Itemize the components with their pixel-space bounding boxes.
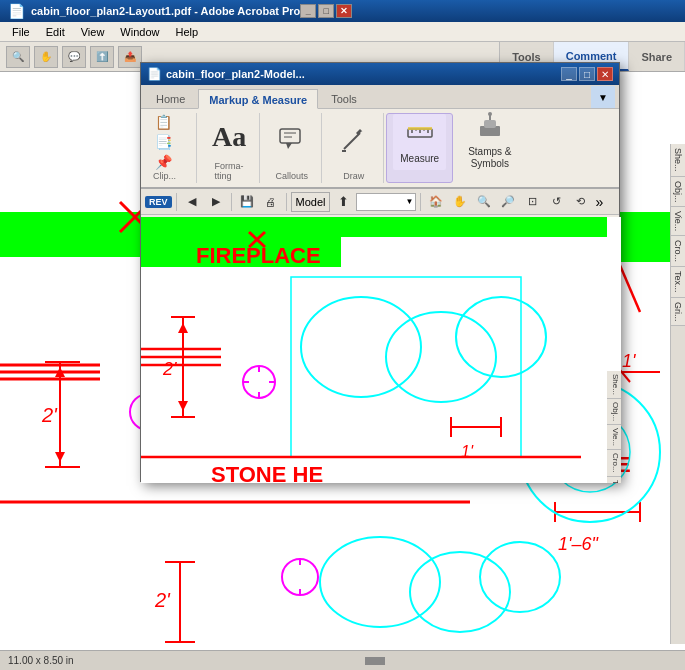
toolbar-icon5[interactable]: 📤: [118, 46, 142, 68]
tab-home[interactable]: Home: [145, 88, 196, 108]
measure-icon: [406, 119, 434, 151]
draw-btn[interactable]: [332, 113, 376, 169]
pan-btn[interactable]: ✋: [449, 192, 471, 212]
panel-tab-vie[interactable]: Vie...: [671, 207, 685, 236]
toolbar-forward-btn[interactable]: ▶: [205, 192, 227, 212]
acrobat-maximize-btn[interactable]: □: [318, 4, 334, 18]
zoom-out-btn[interactable]: 🔎: [497, 192, 519, 212]
popup-right-panels: She... Obj... Vie... Cro... Tex... Gri..…: [607, 371, 621, 483]
toolbar-print-btn[interactable]: 🖨: [260, 192, 282, 212]
tab-share[interactable]: Share: [629, 42, 685, 71]
cursor-tool-btn[interactable]: ⬆: [332, 192, 354, 212]
home-btn[interactable]: 🏠: [425, 192, 447, 212]
copy-btn[interactable]: 📑: [153, 133, 174, 151]
callouts-label: Callouts: [275, 171, 308, 183]
toolbar-icon4[interactable]: ⬆️: [90, 46, 114, 68]
toolbar-icon3[interactable]: 💬: [62, 46, 86, 68]
svg-text:2': 2': [162, 359, 177, 379]
model-tab: Model: [291, 192, 331, 212]
panel-tab-tex[interactable]: Tex...: [671, 267, 685, 298]
panel-tab-cro[interactable]: Cro...: [671, 236, 685, 267]
ribbon-tabs: Home Markup & Measure Tools ▼: [141, 85, 619, 109]
tab-tools[interactable]: Tools: [320, 88, 368, 108]
rotate-btn[interactable]: ↺: [545, 192, 567, 212]
svg-text:2': 2': [41, 404, 58, 426]
scroll-indicator[interactable]: [365, 657, 385, 665]
popup-panel-obj[interactable]: Obj...: [607, 399, 621, 425]
zoom-in-btn[interactable]: 🔍: [473, 192, 495, 212]
zoom-fit-btn[interactable]: ⊡: [521, 192, 543, 212]
status-bar: 11.00 x 8.50 in: [0, 650, 685, 670]
svg-point-74: [488, 112, 492, 116]
ribbon-group-callouts: Callouts: [262, 113, 322, 183]
menu-edit[interactable]: Edit: [38, 24, 73, 40]
paste-btn[interactable]: 📌: [153, 153, 174, 171]
popup-panel-vie[interactable]: Vie...: [607, 425, 621, 450]
toolbar-back-btn[interactable]: ◀: [181, 192, 203, 212]
menu-view[interactable]: View: [73, 24, 113, 40]
popup-close-btn[interactable]: ✕: [597, 67, 613, 81]
status-size: 11.00 x 8.50 in: [8, 655, 74, 666]
svg-rect-72: [484, 120, 496, 128]
popup-panel-tex[interactable]: Tex...: [607, 477, 621, 483]
stamps-btn-label: Stamps &Symbols: [468, 146, 511, 170]
right-panel: She... Obj... Vie... Cro... Tex... Gri..…: [670, 144, 685, 644]
toolbar-sep4: [420, 193, 421, 211]
popup-floor-plan-svg: FIREPLACE 2': [141, 217, 607, 483]
model-tab-label: Model: [296, 196, 326, 208]
popup-panel-she[interactable]: She...: [607, 371, 621, 399]
svg-text:1'–6": 1'–6": [558, 534, 599, 554]
svg-text:STONE HE: STONE HE: [211, 462, 323, 483]
toolbar-icon1[interactable]: 🔍: [6, 46, 30, 68]
stamps-icon: [476, 112, 504, 144]
popup-titlebar: 📄 cabin_floor_plan2-Model... _ □ ✕: [141, 63, 619, 85]
clip-group-label: Clip...: [153, 171, 176, 183]
callouts-btn[interactable]: [270, 113, 314, 169]
clip-btn[interactable]: 📋: [153, 113, 174, 131]
toolbar-dropdown[interactable]: ▼: [356, 193, 416, 211]
dropdown-value: [359, 196, 362, 207]
measure-btn[interactable]: Measure: [393, 114, 446, 170]
popup-minimize-btn[interactable]: _: [561, 67, 577, 81]
formatting-label: Forma-tting: [215, 161, 244, 183]
svg-rect-57: [280, 129, 300, 143]
toolbar-sep2: [231, 193, 232, 211]
draw-label: Draw: [343, 171, 364, 183]
svg-text:FIREPLACE: FIREPLACE: [196, 243, 321, 268]
popup-maximize-btn[interactable]: □: [579, 67, 595, 81]
acrobat-title: cabin_floor_plan2-Layout1.pdf - Adobe Ac…: [31, 5, 300, 17]
panel-tab-she[interactable]: She...: [671, 144, 685, 177]
formatting-btn[interactable]: Aa: [205, 113, 253, 161]
svg-rect-77: [141, 217, 607, 237]
menu-window[interactable]: Window: [112, 24, 167, 40]
tab-markup-measure[interactable]: Markup & Measure: [198, 89, 318, 109]
popup-win-controls: _ □ ✕: [561, 67, 613, 81]
ribbon-group-measure: Measure: [386, 113, 453, 183]
svg-marker-60: [286, 143, 292, 149]
stamps-btn[interactable]: Stamps &Symbols: [461, 113, 518, 169]
popup-toolbar: REV ◀ ▶ 💾 🖨 Model ⬆ ▼ 🏠 ✋: [141, 189, 619, 215]
popup-panel-cro[interactable]: Cro...: [607, 450, 621, 477]
pan2-btn[interactable]: ⟲: [569, 192, 591, 212]
acrobat-close-btn[interactable]: ✕: [336, 4, 352, 18]
toolbar-icon2[interactable]: ✋: [34, 46, 58, 68]
acrobat-minimize-btn[interactable]: _: [300, 4, 316, 18]
toolbar-sep1: [176, 193, 177, 211]
dropdown-arrow: ▼: [406, 197, 414, 206]
panel-tab-obj[interactable]: Obj...: [671, 177, 685, 208]
panel-tab-gri[interactable]: Gri...: [671, 298, 685, 327]
acrobat-menubar: File Edit View Window Help: [0, 22, 685, 42]
toolbar-sep3: [286, 193, 287, 211]
acrobat-titlebar: 📄 cabin_floor_plan2-Layout1.pdf - Adobe …: [0, 0, 685, 22]
ribbon-content: 📋 📑 📌 Clip... Aa Forma-tting: [141, 109, 619, 189]
ribbon-group-draw: Draw: [324, 113, 384, 183]
more-tools-btn[interactable]: »: [595, 194, 603, 210]
menu-file[interactable]: File: [4, 24, 38, 40]
ribbon-toggle-btn[interactable]: ▼: [591, 86, 615, 108]
callouts-icon: [278, 125, 306, 157]
acrobat-win-controls: _ □ ✕: [300, 4, 352, 18]
toolbar-save-btn[interactable]: 💾: [236, 192, 258, 212]
popup-title: cabin_floor_plan2-Model...: [166, 68, 561, 80]
draw-icon: [340, 125, 368, 157]
menu-help[interactable]: Help: [167, 24, 206, 40]
